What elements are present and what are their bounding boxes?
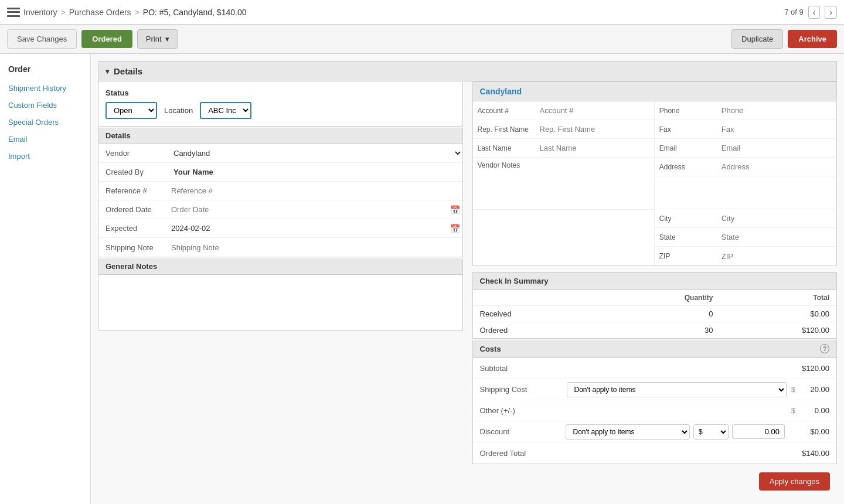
expected-input[interactable] xyxy=(169,222,450,235)
account-row: Account # xyxy=(473,101,654,120)
other-row: Other (+/-) $ 0.00 xyxy=(473,400,837,421)
expected-calendar-icon[interactable]: 📅 xyxy=(450,224,460,233)
ordered-total-label: Ordered Total xyxy=(480,449,562,458)
phone-input[interactable] xyxy=(719,104,836,117)
general-notes-section: General Notes xyxy=(98,258,463,332)
ordered-date-input[interactable] xyxy=(169,203,450,216)
costs-info-icon[interactable]: ? xyxy=(820,344,829,353)
print-button[interactable]: Print ▾ xyxy=(137,29,178,49)
status-select[interactable]: Open Closed Pending xyxy=(106,102,157,119)
calendar-icon[interactable]: 📅 xyxy=(450,205,460,214)
sidebar-item-email[interactable]: Email xyxy=(0,131,90,148)
zip-label: ZIP xyxy=(655,248,719,264)
details-sub-header: Details xyxy=(98,128,463,144)
vendor-col-right: Phone Fax Email xyxy=(655,101,836,265)
general-notes-textarea[interactable] xyxy=(98,275,463,331)
checkin-ordered-row: Ordered 30 $120.00 xyxy=(473,322,837,339)
other-value: 0.00 xyxy=(800,406,829,415)
checkin-col-label xyxy=(473,290,601,306)
address-spacer xyxy=(655,176,836,209)
address-label: Address xyxy=(655,159,719,175)
fax-label: Fax xyxy=(655,122,719,137)
checkin-ordered-label: Ordered xyxy=(473,322,601,339)
toolbar: Save Changes Ordered Print ▾ Duplicate A… xyxy=(0,25,844,54)
shipping-amount: 20.00 xyxy=(800,385,829,394)
rep-first-input[interactable] xyxy=(537,122,654,136)
fax-input[interactable] xyxy=(719,122,836,136)
prev-page-button[interactable]: ‹ xyxy=(808,6,821,19)
breadcrumb-sep2: > xyxy=(135,8,139,17)
last-name-label: Last Name xyxy=(473,141,537,156)
city-row: City xyxy=(655,209,836,228)
other-dollar-sign: $ xyxy=(791,406,795,415)
nav-menu-icon[interactable] xyxy=(7,8,20,17)
city-label: City xyxy=(655,211,719,226)
breadcrumb-current: PO: #5, Candyland, $140.00 xyxy=(143,8,247,17)
sidebar-item-import[interactable]: Import xyxy=(0,148,90,165)
ordered-date-label: Ordered Date xyxy=(98,202,169,217)
created-by-label: Created By xyxy=(98,164,169,180)
vendor-notes-textarea[interactable] xyxy=(537,158,654,209)
sidebar-item-special-orders[interactable]: Special Orders xyxy=(0,114,90,131)
discount-select[interactable]: Don't apply to items Apply to items xyxy=(566,424,690,440)
zip-input[interactable] xyxy=(719,250,836,263)
city-input[interactable] xyxy=(719,212,836,225)
costs-label: Costs xyxy=(480,345,501,353)
zip-row: ZIP xyxy=(655,247,836,265)
details-fields: Vendor Candyland Created By Your Name Re… xyxy=(98,144,463,257)
ordered-total-row: Ordered Total $140.00 xyxy=(473,442,837,464)
rep-first-row: Rep. First Name xyxy=(473,120,654,139)
content-area: ▾ Details Status Open Closed Pending Loc… xyxy=(91,54,844,504)
phone-label: Phone xyxy=(655,103,719,118)
rep-first-label: Rep. First Name xyxy=(473,122,537,137)
other-label: Other (+/-) xyxy=(480,406,562,415)
apply-changes-container: Apply changes xyxy=(472,464,838,472)
print-label: Print xyxy=(146,35,162,43)
account-label: Account # xyxy=(473,103,537,118)
sidebar-item-custom-fields[interactable]: Custom Fields xyxy=(0,97,90,114)
sidebar-item-shipment-history[interactable]: Shipment History xyxy=(0,80,90,97)
discount-label: Discount xyxy=(480,427,562,436)
checkin-received-total: $0.00 xyxy=(720,306,836,322)
address-input[interactable] xyxy=(719,160,836,173)
pagination-label: 7 of 9 xyxy=(784,8,804,16)
fax-row: Fax xyxy=(655,120,836,139)
vendor-dropdown[interactable]: Candyland xyxy=(169,146,462,161)
checkin-col-quantity: Quantity xyxy=(601,290,720,306)
subtotal-label: Subtotal xyxy=(480,364,562,373)
next-page-button[interactable]: › xyxy=(825,6,837,19)
breadcrumb-inventory[interactable]: Inventory xyxy=(23,8,57,17)
phone-row: Phone xyxy=(655,101,836,120)
ordered-total-value: $140.00 xyxy=(788,449,829,458)
vendor-notes-label: Vendor Notes xyxy=(473,158,537,173)
general-notes-header: General Notes xyxy=(98,258,463,275)
duplicate-button[interactable]: Duplicate xyxy=(731,29,783,49)
shipping-note-input[interactable] xyxy=(169,241,462,254)
breadcrumb-purchase-orders[interactable]: Purchase Orders xyxy=(69,8,131,17)
state-input[interactable] xyxy=(719,230,836,244)
reference-label: Reference # xyxy=(98,183,169,199)
subtotal-row: Subtotal $120.00 xyxy=(473,358,837,379)
location-label: Location xyxy=(164,106,193,115)
save-changes-button[interactable]: Save Changes xyxy=(7,29,77,49)
reference-input[interactable] xyxy=(169,184,462,197)
apply-changes-button[interactable]: Apply changes xyxy=(759,472,830,491)
last-name-input[interactable] xyxy=(537,141,654,155)
costs-header: Costs ? xyxy=(472,340,838,358)
checkin-col-total: Total xyxy=(720,290,836,306)
discount-currency-select[interactable]: $ % xyxy=(693,424,729,440)
location-select[interactable]: ABC Inc Other xyxy=(200,102,251,119)
shipping-select[interactable]: Don't apply to items Apply to items xyxy=(567,382,787,397)
discount-row: Discount Don't apply to items Apply to i… xyxy=(473,421,837,442)
account-input[interactable] xyxy=(537,104,654,117)
discount-amount-input[interactable] xyxy=(732,424,785,439)
details-section-header[interactable]: ▾ Details xyxy=(98,61,837,81)
checkin-header: Check In Summary xyxy=(472,272,838,290)
email-input[interactable] xyxy=(719,141,836,155)
checkin-table: Quantity Total Received 0 $0.00 xyxy=(473,290,837,338)
subtotal-value: $120.00 xyxy=(788,364,829,373)
main-layout: Order Shipment History Custom Fields Spe… xyxy=(0,54,844,504)
shipping-label: Shipping Cost xyxy=(480,385,562,394)
ordered-button[interactable]: Ordered xyxy=(81,30,132,48)
archive-button[interactable]: Archive xyxy=(788,30,837,48)
